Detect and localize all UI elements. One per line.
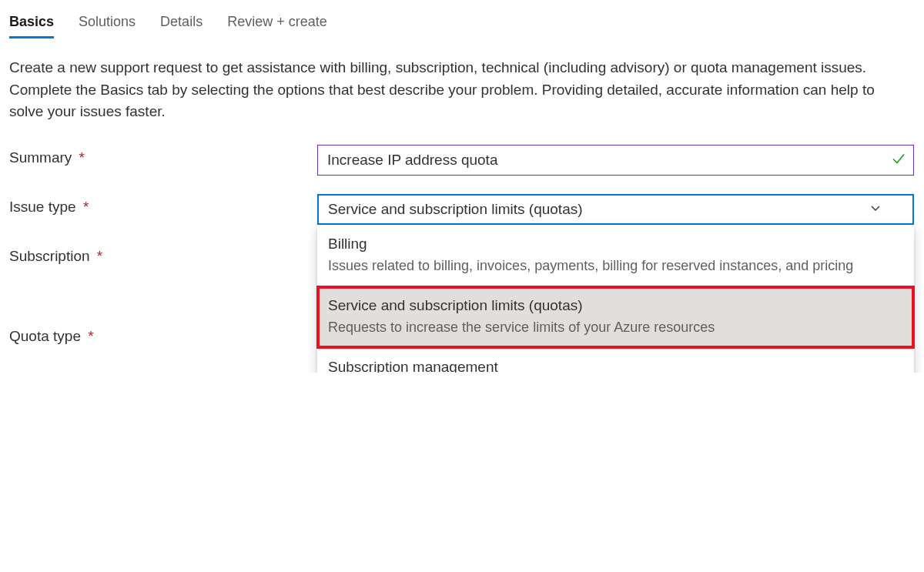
- required-marker: *: [88, 328, 93, 344]
- label-summary: Summary *: [9, 145, 317, 166]
- tab-basics[interactable]: Basics: [9, 9, 54, 38]
- tab-solutions[interactable]: Solutions: [79, 9, 136, 38]
- intro-text: Create a new support request to get assi…: [9, 57, 910, 123]
- option-title: Service and subscription limits (quotas): [328, 297, 903, 314]
- label-quota-type: Quota type *: [9, 323, 317, 345]
- option-subscription-management[interactable]: Subscription management Subscription man…: [317, 348, 914, 373]
- option-desc: Requests to increase the service limits …: [328, 317, 903, 337]
- label-summary-text: Summary: [9, 149, 72, 166]
- label-issue-type-text: Issue type: [9, 199, 76, 215]
- label-subscription: Subscription *: [9, 243, 317, 265]
- issue-type-dropdown: Billing Issues related to billing, invoi…: [317, 225, 914, 373]
- label-subscription-text: Subscription: [9, 248, 90, 264]
- issue-type-select[interactable]: Service and subscription limits (quotas): [317, 194, 914, 225]
- option-title: Billing: [328, 236, 903, 253]
- tab-bar: Basics Solutions Details Review + create: [9, 9, 915, 38]
- intro-line-2: Complete the Basics tab by selecting the…: [9, 82, 875, 120]
- issue-type-select-wrap: Service and subscription limits (quotas)…: [317, 194, 914, 225]
- label-quota-type-text: Quota type: [9, 328, 81, 344]
- summary-input-wrap: [317, 145, 914, 176]
- label-issue-type: Issue type *: [9, 194, 317, 216]
- row-summary: Summary *: [9, 145, 915, 176]
- chevron-down-icon: [869, 201, 882, 218]
- required-marker: *: [83, 199, 89, 215]
- summary-input[interactable]: [317, 145, 914, 176]
- option-title: Subscription management: [328, 359, 903, 373]
- option-billing[interactable]: Billing Issues related to billing, invoi…: [317, 225, 914, 286]
- issue-type-selected-value: Service and subscription limits (quotas): [328, 201, 583, 218]
- tab-details[interactable]: Details: [160, 9, 203, 38]
- tab-review-create[interactable]: Review + create: [227, 9, 327, 38]
- option-service-limits[interactable]: Service and subscription limits (quotas)…: [317, 286, 914, 348]
- required-marker: *: [97, 248, 102, 264]
- intro-line-1: Create a new support request to get assi…: [9, 59, 866, 75]
- required-marker: *: [79, 149, 85, 166]
- row-issue-type: Issue type * Service and subscription li…: [9, 194, 915, 225]
- option-desc: Issues related to billing, invoices, pay…: [328, 256, 903, 276]
